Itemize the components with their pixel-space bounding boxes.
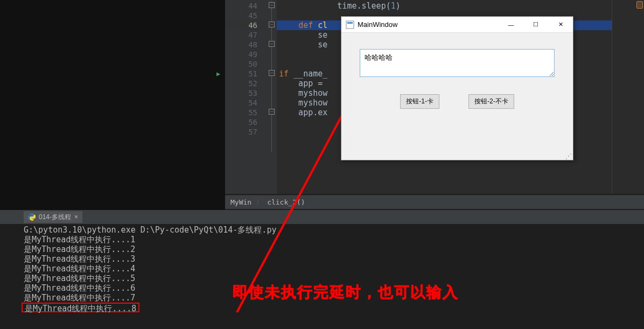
- line-number: 52: [225, 79, 267, 88]
- close-button[interactable]: ✕: [548, 17, 573, 33]
- button-1[interactable]: 按钮-1-卡: [400, 94, 439, 109]
- breadcrumb[interactable]: MyWin 〉 click_2(): [225, 195, 644, 209]
- breadcrumb-separator: 〉: [256, 198, 263, 207]
- line-number: 54: [225, 98, 267, 108]
- terminal-command-line: G:\pyton3.10\python.exe D:\Py-code\PyQt\…: [24, 225, 644, 235]
- window-title: MainWindow: [358, 20, 499, 29]
- annotation-text: 即使未执行完延时，也可以输入: [233, 282, 459, 303]
- fold-column: – – – – –: [267, 0, 277, 194]
- line-number: 46: [225, 20, 267, 30]
- minimap-warning-marker: [636, 1, 643, 9]
- line-number: 53: [225, 88, 267, 98]
- breadcrumb-class[interactable]: MyWin: [230, 198, 251, 206]
- maximize-button[interactable]: ☐: [523, 17, 548, 33]
- line-number: 49: [225, 50, 267, 59]
- terminal-output-line: 是MyThread线程中执行....2: [24, 244, 644, 254]
- terminal-output-line: 是MyThread线程中执行....1: [24, 235, 644, 244]
- line-number: 56: [225, 117, 267, 127]
- terminal-output-line: 是MyThread线程中执行....8: [22, 303, 139, 312]
- terminal-tabs: 014-多线程 ×: [0, 210, 644, 224]
- run-tab-label: 014-多线程: [39, 213, 71, 222]
- line-gutter: 4445464748495051▶525354555657: [225, 0, 267, 194]
- button-2[interactable]: 按钮-2-不卡: [468, 94, 514, 109]
- python-icon: [28, 213, 36, 221]
- svg-rect-2: [347, 22, 353, 24]
- line-number: 48: [225, 40, 267, 50]
- left-empty-area: [0, 0, 225, 210]
- resize-grip-icon[interactable]: ⋰: [565, 152, 572, 159]
- minimap[interactable]: [612, 0, 644, 194]
- breadcrumb-method[interactable]: click_2(): [267, 198, 305, 206]
- line-number: 51▶: [225, 69, 267, 79]
- run-gutter-icon[interactable]: ▶: [216, 70, 220, 78]
- code-line[interactable]: time.sleep(1): [277, 1, 644, 11]
- terminal-output-line: 是MyThread线程中执行....3: [24, 254, 644, 264]
- minimize-button[interactable]: —: [499, 17, 523, 33]
- terminal-output-line: 是MyThread线程中执行....4: [24, 264, 644, 274]
- text-input[interactable]: [360, 49, 555, 77]
- line-number: 47: [225, 30, 267, 40]
- terminal-output[interactable]: G:\pyton3.10\python.exe D:\Py-code\PyQt\…: [24, 225, 644, 329]
- qt-app-icon: [346, 20, 354, 29]
- qt-main-window: MainWindow — ☐ ✕ 按钮-1-卡 按钮-2-不卡 ⋰: [341, 16, 573, 160]
- run-tab[interactable]: 014-多线程 ×: [24, 211, 82, 223]
- line-number: 57: [225, 127, 267, 137]
- close-icon[interactable]: ×: [74, 213, 78, 221]
- line-number: 50: [225, 59, 267, 69]
- line-number: 44: [225, 1, 267, 11]
- titlebar[interactable]: MainWindow — ☐ ✕: [341, 17, 573, 33]
- line-number: 55: [225, 108, 267, 117]
- line-number: 45: [225, 11, 267, 20]
- terminal-panel: 014-多线程 × ↑ ↓ ⇥ ⤓ 🖶 🗑 G:\pyton3.10\pytho…: [0, 210, 644, 329]
